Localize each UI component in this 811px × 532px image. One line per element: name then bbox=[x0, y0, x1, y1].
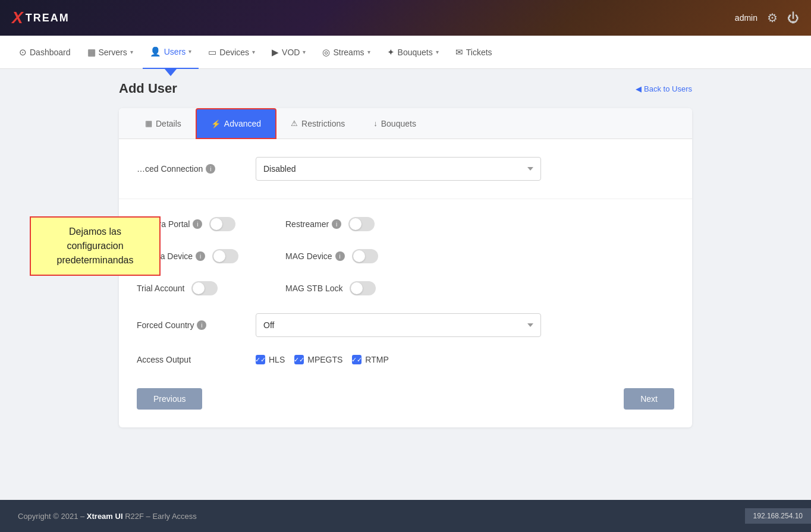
next-button[interactable]: Next bbox=[624, 388, 674, 410]
access-output-label: Access Output bbox=[137, 355, 244, 364]
restrictions-tab-icon: ⚠ bbox=[291, 119, 298, 128]
hls-checkbox[interactable]: ✓ bbox=[256, 355, 265, 364]
nav-users-label: Users bbox=[164, 47, 186, 56]
nav-vod-label: VOD bbox=[282, 48, 300, 57]
hls-label: HLS bbox=[269, 355, 285, 364]
back-to-users-link[interactable]: ◀ Back to Users bbox=[636, 84, 692, 93]
restreamer-label: Restreamer i bbox=[285, 219, 341, 229]
tab-bouquets[interactable]: ↓ Bouquets bbox=[359, 108, 430, 138]
toggle-group-1: Ministra Portal i Restreamer i bbox=[137, 217, 674, 231]
main-card: ▦ Details ⚡ Advanced ⚠ Restrictions ↓ Bo… bbox=[119, 108, 692, 427]
tickets-icon: ✉ bbox=[455, 47, 463, 58]
trial-account-toggle[interactable] bbox=[191, 281, 218, 295]
main-nav: ⊙ Dashboard ▦ Servers ▾ 👤 Users ▾ ▭ Devi… bbox=[0, 36, 811, 69]
nav-dashboard[interactable]: ⊙ Dashboard bbox=[12, 36, 78, 69]
rtmp-checkbox[interactable]: ✓ bbox=[352, 355, 362, 364]
mag-device-label-text: MAG Device bbox=[285, 251, 332, 261]
logo-text: TREAM bbox=[26, 12, 70, 24]
checkbox-mpegts[interactable]: ✓ MPEGTS bbox=[294, 355, 342, 364]
mag-stb-lock-toggle[interactable] bbox=[350, 281, 376, 295]
tab-restrictions-label: Restrictions bbox=[301, 119, 345, 128]
nav-tickets[interactable]: ✉ Tickets bbox=[448, 36, 499, 69]
ministra-info-icon[interactable]: i bbox=[193, 219, 202, 229]
trial-account-label: Trial Account bbox=[137, 284, 184, 293]
nav-bouquets[interactable]: ✦ Bouquets ▾ bbox=[380, 36, 446, 69]
mag-device-item: MAG Device i bbox=[285, 249, 404, 263]
restreamer-info-icon[interactable]: i bbox=[332, 219, 341, 229]
bouquets-caret: ▾ bbox=[436, 49, 439, 55]
access-output-row: Access Output ✓ HLS ✓ bbox=[137, 355, 674, 364]
tab-details-label: Details bbox=[156, 119, 181, 128]
admin-label: admin bbox=[735, 13, 757, 23]
forced-connection-label: …ced Connection i bbox=[137, 164, 244, 174]
ministra-portal-toggle[interactable] bbox=[209, 217, 235, 231]
footer-version: R22F – Early Access bbox=[125, 512, 197, 521]
checkbox-hls[interactable]: ✓ HLS bbox=[256, 355, 285, 364]
mag-stb-lock-label: MAG STB Lock bbox=[285, 284, 342, 293]
devices-caret: ▾ bbox=[252, 49, 255, 55]
toggle-group-2: Enigma Device i MAG Device i bbox=[137, 249, 674, 263]
footer: Copyright © 2021 – Xtream UI R22F – Earl… bbox=[0, 500, 811, 532]
nav-streams[interactable]: ◎ Streams ▾ bbox=[315, 36, 377, 69]
devices-icon: ▭ bbox=[208, 47, 216, 58]
tab-bouquets-label: Bouquets bbox=[381, 119, 416, 128]
page-header: Add User ◀ Back to Users bbox=[119, 81, 692, 96]
nav-devices[interactable]: ▭ Devices ▾ bbox=[201, 36, 262, 69]
divider-1 bbox=[119, 199, 692, 199]
forced-connection-label-text: …ced Connection bbox=[137, 164, 203, 174]
trial-account-item: Trial Account bbox=[137, 281, 256, 295]
users-caret: ▾ bbox=[188, 48, 191, 55]
settings-icon[interactable]: ⚙ bbox=[767, 11, 778, 25]
enigma-info-icon[interactable]: i bbox=[196, 251, 205, 261]
access-output-checkboxes: ✓ HLS ✓ MPEGTS ✓ bbox=[256, 355, 389, 364]
checkbox-rtmp[interactable]: ✓ RTMP bbox=[352, 355, 388, 364]
mpegts-checkbox[interactable]: ✓ bbox=[294, 355, 304, 364]
nav-servers[interactable]: ▦ Servers ▾ bbox=[80, 36, 140, 69]
forced-connection-info-icon[interactable]: i bbox=[206, 164, 215, 174]
tab-details[interactable]: ▦ Details bbox=[131, 108, 196, 138]
tab-advanced[interactable]: ⚡ Advanced bbox=[196, 108, 276, 139]
mag-device-toggle[interactable] bbox=[352, 249, 378, 263]
tab-restrictions[interactable]: ⚠ Restrictions bbox=[276, 108, 359, 138]
streams-caret: ▾ bbox=[367, 49, 370, 55]
nav-vod[interactable]: ▶ VOD ▾ bbox=[265, 36, 313, 69]
footer-text: Copyright © 2021 – Xtream UI R22F – Earl… bbox=[18, 512, 197, 521]
enigma-mag-row: Enigma Device i MAG Device i bbox=[137, 249, 674, 263]
forced-connection-select[interactable]: Disabled Enabled bbox=[256, 157, 541, 181]
enigma-device-toggle[interactable] bbox=[212, 249, 238, 263]
bouquets-icon: ✦ bbox=[387, 47, 395, 58]
restreamer-toggle[interactable] bbox=[348, 217, 375, 231]
previous-button[interactable]: Previous bbox=[137, 388, 202, 410]
streams-icon: ◎ bbox=[322, 47, 330, 58]
mag-device-label: MAG Device i bbox=[285, 251, 345, 261]
back-icon: ◀ bbox=[636, 84, 642, 93]
servers-caret: ▾ bbox=[130, 49, 133, 55]
toggle-group-3: Trial Account MAG STB Lock bbox=[137, 281, 674, 295]
forced-country-info-icon[interactable]: i bbox=[197, 320, 206, 330]
power-icon[interactable]: ⏻ bbox=[787, 11, 799, 25]
details-tab-icon: ▦ bbox=[145, 119, 152, 128]
users-dropdown-arrow bbox=[165, 69, 177, 76]
mpegts-label: MPEGTS bbox=[307, 355, 342, 364]
servers-icon: ▦ bbox=[87, 47, 96, 58]
dashboard-icon: ⊙ bbox=[19, 47, 27, 58]
forced-connection-row: …ced Connection i Disabled Enabled bbox=[137, 157, 674, 181]
footer-brand: Xtream UI bbox=[87, 512, 123, 521]
logo: X TREAM bbox=[12, 8, 70, 27]
vod-icon: ▶ bbox=[272, 47, 279, 58]
back-link-label: Back to Users bbox=[644, 84, 692, 93]
mag-stb-lock-item: MAG STB Lock bbox=[285, 281, 404, 295]
annotation-text: Dejamos las configuracion predeterminand… bbox=[57, 226, 134, 265]
nav-users[interactable]: 👤 Users ▾ bbox=[143, 36, 199, 69]
users-icon: 👤 bbox=[150, 46, 161, 57]
bouquets-tab-icon: ↓ bbox=[373, 119, 378, 128]
page-title: Add User bbox=[119, 81, 177, 96]
advanced-tab-icon: ⚡ bbox=[211, 119, 221, 128]
tabs-bar: ▦ Details ⚡ Advanced ⚠ Restrictions ↓ Bo… bbox=[119, 108, 692, 139]
forced-country-label-text: Forced Country bbox=[137, 320, 194, 330]
logo-x-letter: X bbox=[12, 8, 23, 27]
topbar: X TREAM admin ⚙ ⏻ bbox=[0, 0, 811, 36]
forced-country-row: Forced Country i Off On bbox=[137, 313, 674, 337]
mag-device-info-icon[interactable]: i bbox=[335, 251, 345, 261]
forced-country-select[interactable]: Off On bbox=[256, 313, 541, 337]
